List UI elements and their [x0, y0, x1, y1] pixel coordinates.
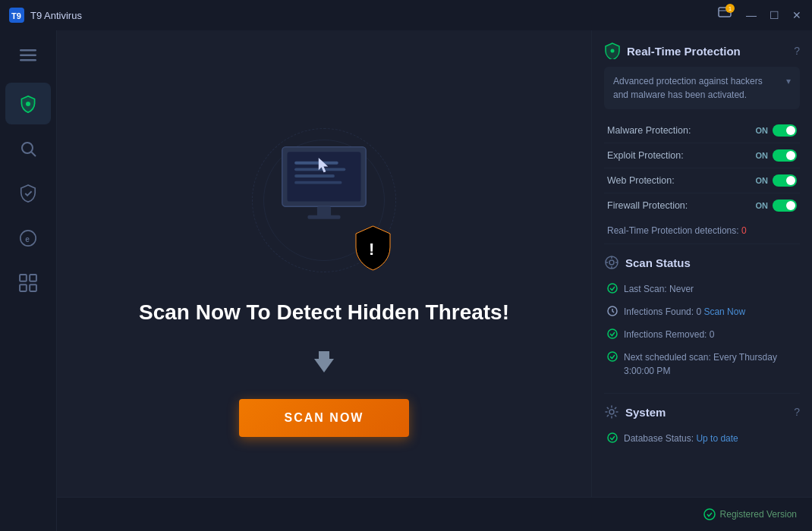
scan-status-icon	[604, 255, 619, 270]
close-button[interactable]: ✕	[791, 9, 803, 21]
infections-removed-item: Infections Removed: 0	[604, 323, 800, 346]
scan-status-title: Scan Status	[625, 256, 800, 269]
sidebar-item-shield[interactable]	[5, 83, 51, 124]
svg-text:!: !	[369, 240, 374, 259]
sidebar-item-grid[interactable]	[5, 262, 51, 303]
svg-point-37	[608, 352, 617, 361]
rtp-collapse-icon[interactable]: ▾	[786, 76, 791, 86]
svg-point-38	[609, 410, 614, 414]
firewall-protection-label: Firewall Protection:	[607, 200, 756, 211]
database-status-text: Database Status: Up to date	[624, 432, 738, 445]
web-protection-label: Web Protection:	[607, 175, 756, 186]
svg-point-40	[704, 509, 715, 520]
registered-check-icon	[703, 508, 716, 520]
next-scan-item: Next scheduled scan: Every Thursday 3:00…	[604, 346, 800, 382]
svg-rect-18	[294, 162, 338, 165]
web-toggle-pill[interactable]	[773, 174, 797, 187]
svg-point-29	[609, 260, 614, 265]
sidebar-item-search[interactable]	[5, 127, 51, 169]
system-section: System ? Database Status: Up to date	[604, 393, 800, 450]
sidebar-item-e-protection[interactable]: e	[5, 217, 51, 259]
web-protection-row: Web Protection: ON	[604, 168, 800, 193]
sidebar: e	[0, 30, 57, 531]
app-logo: T9 T9 Antivirus	[9, 8, 718, 23]
infections-found-text: Infections Found: 0 Scan Now	[624, 305, 745, 319]
registered-text: Registered Version	[720, 509, 797, 520]
warning-shield-icon: !	[352, 225, 394, 270]
svg-rect-14	[20, 284, 27, 291]
svg-rect-5	[20, 54, 36, 56]
main-layout: e	[0, 30, 812, 531]
svg-line-9	[32, 152, 36, 156]
window-controls: 1 — ☐ ✕	[718, 7, 803, 24]
rtp-detections-row: Real-Time Protection detections: 0	[604, 218, 800, 244]
svg-rect-15	[30, 284, 36, 291]
scan-now-button[interactable]: SCAN NOW	[239, 399, 410, 437]
svg-rect-23	[317, 206, 331, 216]
database-status-item: Database Status: Up to date	[604, 427, 800, 450]
svg-point-27	[611, 49, 615, 53]
rtp-description-box: Advanced protection against hackers and …	[604, 67, 800, 109]
svg-point-8	[22, 143, 33, 153]
system-section-header: System ?	[604, 404, 800, 419]
maximize-button[interactable]: ☐	[768, 9, 780, 21]
svg-rect-13	[30, 275, 36, 281]
database-check-icon	[607, 432, 618, 443]
exploit-toggle-pill[interactable]	[773, 149, 797, 162]
svg-point-7	[26, 102, 30, 106]
scan-status-section: Scan Status Last Scan: Never	[604, 255, 800, 382]
sidebar-item-menu[interactable]	[5, 38, 51, 72]
notification-icon[interactable]: 1	[718, 7, 732, 24]
arrow-down-icon	[308, 345, 340, 384]
web-toggle[interactable]: ON	[756, 174, 798, 187]
title-bar: T9 T9 Antivirus 1 — ☐ ✕	[0, 0, 812, 30]
svg-rect-20	[294, 174, 335, 178]
bottom-bar: Registered Version	[57, 497, 812, 531]
right-panel: Real-Time Protection ? Advanced protecti…	[592, 30, 812, 531]
rtp-section-header: Real-Time Protection ?	[604, 42, 800, 59]
svg-rect-12	[20, 275, 27, 281]
system-help-icon[interactable]: ?	[794, 406, 800, 418]
svg-rect-6	[20, 59, 36, 61]
malware-protection-row: Malware Protection: ON	[604, 118, 800, 143]
registered-badge: Registered Version	[703, 508, 797, 520]
sidebar-item-check-shield[interactable]	[5, 172, 51, 214]
last-scan-check-icon	[607, 283, 618, 294]
rtp-title: Real-Time Protection	[627, 45, 788, 58]
minimize-button[interactable]: —	[745, 9, 757, 21]
exploit-protection-label: Exploit Protection:	[607, 150, 756, 161]
infections-clock-icon	[607, 306, 618, 316]
system-title: System	[625, 406, 788, 419]
real-time-protection-section: Real-Time Protection ? Advanced protecti…	[604, 42, 800, 255]
scan-now-link[interactable]: Scan Now	[703, 306, 745, 317]
database-status-link[interactable]: Up to date	[696, 433, 738, 444]
malware-protection-label: Malware Protection:	[607, 125, 756, 136]
next-scan-check-icon	[607, 351, 618, 362]
svg-rect-4	[20, 49, 36, 52]
firewall-toggle-pill[interactable]	[773, 200, 797, 212]
last-scan-item: Last Scan: Never	[604, 278, 800, 300]
svg-rect-24	[307, 215, 340, 219]
center-panel: ! Scan Now To Detect Hidden Threats! SCA…	[57, 30, 592, 531]
scan-status-header: Scan Status	[604, 255, 800, 270]
rtp-description-text: Advanced protection against hackers and …	[613, 74, 780, 102]
monitor-icon	[271, 140, 377, 234]
system-gear-icon	[604, 404, 619, 419]
firewall-toggle[interactable]: ON	[756, 200, 798, 212]
t9-logo-icon: T9	[9, 8, 24, 23]
svg-text:e: e	[25, 234, 30, 243]
last-scan-text: Last Scan: Never	[624, 282, 694, 296]
app-title: T9 Antivirus	[30, 10, 82, 21]
firewall-protection-row: Firewall Protection: ON	[604, 193, 800, 218]
infections-removed-check-icon	[607, 328, 618, 339]
rtp-help-icon[interactable]: ?	[794, 45, 800, 57]
svg-marker-26	[314, 351, 334, 372]
svg-point-36	[608, 329, 617, 338]
malware-toggle[interactable]: ON	[756, 124, 798, 137]
notification-badge: 1	[725, 4, 735, 13]
exploit-toggle[interactable]: ON	[756, 149, 798, 162]
infections-removed-text: Infections Removed: 0	[624, 328, 714, 341]
rtp-detections-label: Real-Time Protection detections:	[607, 225, 739, 236]
content-area: ! Scan Now To Detect Hidden Threats! SCA…	[57, 30, 812, 531]
malware-toggle-pill[interactable]	[773, 124, 797, 137]
